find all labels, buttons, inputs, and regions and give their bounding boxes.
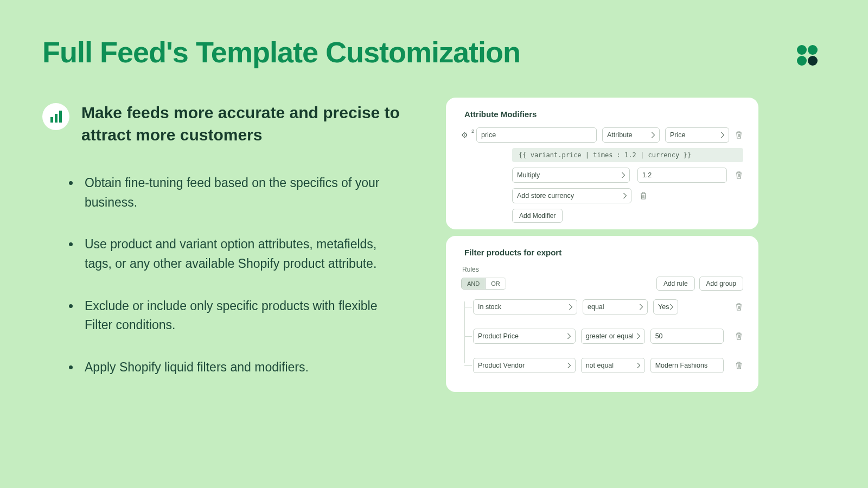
rule-value-input[interactable]: Modern Fashions bbox=[650, 358, 724, 373]
svg-point-1 bbox=[808, 45, 818, 55]
logic-and[interactable]: AND bbox=[462, 278, 485, 289]
attribute-modifiers-panel: Attribute Modifiers ⚙2 price Attribute P… bbox=[446, 98, 758, 229]
rule-field-select[interactable]: In stock bbox=[473, 299, 577, 314]
svg-point-2 bbox=[797, 56, 807, 66]
brand-logo bbox=[794, 42, 820, 68]
add-group-button[interactable]: Add group bbox=[699, 277, 743, 291]
rule-operator-select[interactable]: not equal bbox=[581, 358, 645, 373]
gear-icon[interactable]: ⚙2 bbox=[461, 131, 471, 139]
chart-icon bbox=[42, 103, 69, 130]
add-modifier-button[interactable]: Add Modifier bbox=[512, 209, 563, 223]
operation-select[interactable]: Multiply bbox=[512, 168, 630, 183]
extra-modifier-select[interactable]: Add store currency bbox=[512, 188, 631, 203]
delete-icon[interactable] bbox=[639, 191, 648, 201]
delete-icon[interactable] bbox=[735, 361, 743, 370]
add-rule-button[interactable]: Add rule bbox=[656, 277, 695, 291]
svg-point-0 bbox=[797, 45, 807, 55]
source-type-select[interactable]: Attribute bbox=[602, 127, 660, 143]
rule-list: In stock equal Yes Product Price greater… bbox=[461, 299, 743, 373]
delete-icon[interactable] bbox=[735, 130, 743, 140]
logic-toggle[interactable]: AND OR bbox=[461, 278, 506, 290]
gear-badge: 2 bbox=[471, 129, 474, 134]
panel-heading: Filter products for export bbox=[464, 248, 743, 257]
svg-point-3 bbox=[808, 56, 818, 66]
source-value-select[interactable]: Price bbox=[665, 127, 729, 143]
operation-value-input[interactable]: 1.2 bbox=[637, 168, 727, 183]
rules-label: Rules bbox=[462, 266, 743, 273]
rule-operator-select[interactable]: equal bbox=[583, 299, 648, 314]
rule-field-select[interactable]: Product Price bbox=[473, 329, 576, 344]
rule-row: In stock equal Yes bbox=[473, 299, 743, 314]
page-title: Full Feed's Template Customization bbox=[42, 35, 520, 69]
list-item: Exclude or include only specific product… bbox=[80, 297, 385, 335]
delete-icon[interactable] bbox=[735, 170, 743, 180]
delete-icon[interactable] bbox=[735, 302, 743, 312]
list-item: Apply Shopify liquid filters and modifie… bbox=[80, 358, 385, 377]
subtitle: Make feeds more accurate and precise to … bbox=[81, 102, 407, 146]
filter-products-panel: Filter products for export Rules AND OR … bbox=[446, 236, 758, 392]
rule-row: Product Vendor not equal Modern Fashions bbox=[473, 358, 743, 373]
list-item: Obtain fine-tuning feed based on the spe… bbox=[80, 174, 385, 212]
rule-value-input[interactable]: 50 bbox=[650, 329, 724, 344]
bullet-list: Obtain fine-tuning feed based on the spe… bbox=[60, 174, 385, 400]
liquid-preview: {{ variant.price | times : 1.2 | currenc… bbox=[512, 148, 743, 162]
logic-or[interactable]: OR bbox=[485, 278, 506, 289]
field-name-input[interactable]: price bbox=[476, 127, 597, 143]
rule-value-select[interactable]: Yes bbox=[653, 299, 678, 314]
rule-operator-select[interactable]: greater or equal bbox=[581, 329, 645, 344]
list-item: Use product and variant option attribute… bbox=[80, 235, 385, 273]
panel-heading: Attribute Modifiers bbox=[464, 110, 743, 119]
rule-field-select[interactable]: Product Vendor bbox=[473, 358, 576, 373]
delete-icon[interactable] bbox=[735, 331, 743, 341]
rule-row: Product Price greater or equal 50 bbox=[473, 329, 743, 344]
